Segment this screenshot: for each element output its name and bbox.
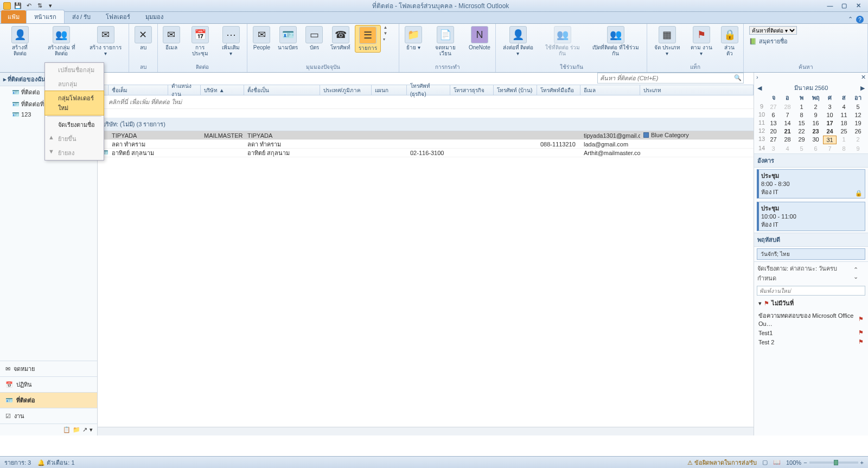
horizontal-scrollbar[interactable] [98, 427, 754, 435]
new-items-button[interactable]: ✉สร้าง รายการ ▾ [85, 25, 126, 57]
view-phone-button[interactable]: ☎โทรศัพท์ [327, 25, 354, 52]
maximize-button[interactable]: ▢ [838, 1, 851, 11]
calendar-day[interactable]: 3 [823, 103, 837, 111]
search-input[interactable] [597, 73, 744, 84]
col-email[interactable]: อีเมล [580, 85, 640, 95]
col-jobtitle[interactable]: ตำแหน่งงาน [168, 85, 201, 95]
task-item[interactable]: ข้อความทดสอบของ Microsoft Office Ou…⚑ [754, 310, 868, 328]
tab-sendreceive[interactable]: ส่ง / รับ [65, 10, 98, 23]
outlook-icon[interactable] [2, 1, 12, 11]
tasks-toggle-icon[interactable]: ⌃ ⌄ [853, 266, 865, 280]
zoom-slider[interactable] [809, 461, 858, 464]
calendar-day[interactable]: 7 [823, 145, 837, 152]
calendar-day[interactable]: 20 [767, 127, 780, 135]
calendar-day[interactable]: 21 [781, 127, 794, 135]
flag-icon[interactable]: ⚑ [858, 316, 864, 323]
notes-icon[interactable]: 📋 [63, 426, 71, 433]
ctx-delete-group[interactable]: ลบกลุ่ม [45, 77, 104, 91]
delete-button[interactable]: ✕ลบ [131, 25, 155, 52]
onenote-button[interactable]: NOneNote [466, 25, 493, 52]
search-box[interactable]: 🔍 [597, 73, 744, 84]
calendar-day[interactable]: 25 [837, 127, 851, 135]
open-shared-button[interactable]: 👥เปิดที่ติดต่อ ที่ใช้ร่วมกัน [586, 25, 644, 57]
task-group-nodate[interactable]: ▾ ⚑ ไม่มีวันที่ [754, 297, 868, 310]
status-error[interactable]: ⚠ ข้อผิดพลาดในการส่ง/รับ [687, 458, 757, 467]
col-category[interactable]: ประเภท [640, 85, 754, 95]
add-contact-prompt[interactable]: คลิกที่นี่ เพื่อเพิ่ม ที่ติดต่อ ใหม่ [98, 95, 754, 109]
calendar-day[interactable]: 2 [809, 103, 822, 111]
tab-file[interactable]: แฟ้ม [1, 10, 26, 23]
contact-row[interactable]: TIPYADA MAILMASTER TIPYADA tipyada1301@g… [98, 131, 754, 140]
calendar-day[interactable]: 8 [795, 111, 808, 119]
todo-expand-icon[interactable]: › [756, 74, 758, 81]
view-scroll-down[interactable]: ▼ [383, 31, 387, 36]
col-bizfax[interactable]: โทรสารธุรกิจ [450, 85, 494, 95]
zoom-control[interactable]: 100% − + [786, 459, 864, 466]
calendar-day[interactable]: 6 [809, 145, 822, 152]
calendar-day[interactable]: 13 [767, 119, 780, 127]
flag-icon[interactable]: ⚑ [858, 329, 864, 336]
calendar-day[interactable]: 3 [767, 145, 780, 152]
calendar-day[interactable]: 19 [851, 119, 865, 127]
status-reminder[interactable]: 🔔 ตัวเตือน: 1 [37, 458, 74, 467]
calendar-day[interactable]: 26 [851, 127, 865, 135]
calendar-day[interactable]: 10 [823, 111, 837, 119]
calendar-day[interactable]: 27 [767, 136, 780, 144]
email-button[interactable]: ✉อีเมล [160, 25, 183, 52]
minimize-button[interactable]: — [824, 1, 837, 11]
view-normal-icon[interactable]: ▢ [762, 459, 768, 466]
new-task-input[interactable] [757, 286, 865, 296]
group-header-company-none[interactable]: บริษัท: (ไม่มี) (3 รายการ) [98, 118, 754, 131]
new-contact-group-button[interactable]: 👥สร้างกลุ่ม ที่ติดต่อ [39, 25, 84, 57]
view-list-button[interactable]: ☰รายการ [355, 25, 381, 53]
col-bizphone[interactable]: โทรศัพท์ (ธุรกิจ) [407, 85, 450, 95]
help-icon[interactable]: ? [856, 16, 864, 23]
calendar-day[interactable]: 12 [851, 111, 865, 119]
view-more[interactable]: ▾ [383, 37, 387, 42]
col-company[interactable]: บริษัท ▲ [201, 85, 244, 95]
module-calendar[interactable]: 📅ปฏิทิน [0, 376, 97, 392]
appointment-item[interactable]: ประชุม 10:00 - 11:00 ห้อง IT [757, 202, 865, 231]
private-button[interactable]: 🔒ส่วนตัว [718, 25, 741, 57]
view-people-button[interactable]: ✉People [250, 25, 273, 52]
folder-tree-icon[interactable]: 📁 [73, 426, 80, 433]
ribbon-minimize-icon[interactable]: ⌃ [848, 16, 853, 23]
meeting-button[interactable]: 📅การ ประชุม [184, 25, 216, 57]
contact-row[interactable]: ลดา ทำคราม ลดา ทำคราม 088-1113210 lada@g… [98, 140, 754, 149]
tab-folder[interactable]: โฟลเดอร์ [98, 10, 138, 23]
mailmerge-button[interactable]: 📄จดหมาย เวียน [426, 25, 465, 57]
calendar-day[interactable]: 9 [851, 145, 865, 152]
prev-month-icon[interactable]: ◀ [757, 85, 762, 92]
calendar-day[interactable]: 11 [837, 111, 851, 119]
calendar-day[interactable]: 5 [851, 103, 865, 111]
calendar-day[interactable]: 30 [809, 136, 822, 144]
shortcuts-icon[interactable]: ↗ [82, 426, 87, 433]
calendar-day[interactable]: 9 [809, 111, 822, 119]
calendar-day[interactable]: 4 [837, 103, 851, 111]
close-button[interactable]: ✕ [852, 1, 865, 11]
calendar-day[interactable]: 1 [795, 103, 808, 111]
move-button[interactable]: 📁ย้าย ▾ [401, 25, 425, 52]
view-card-button[interactable]: ▭บัตร [302, 25, 326, 52]
calendar-day[interactable]: 23 [809, 127, 822, 135]
ctx-move-up[interactable]: ▲ย้ายขึ้น [45, 132, 104, 146]
share-contacts-button[interactable]: 👥ใช้ที่ติดต่อ ร่วมกัน [539, 25, 586, 57]
calendar-day[interactable]: 16 [809, 119, 822, 127]
task-item[interactable]: Test 2⚑ [754, 337, 868, 347]
find-contact-row[interactable]: ค้นหาที่ติดต่อ ▾ [749, 26, 862, 35]
zoom-in-icon[interactable]: + [860, 459, 864, 466]
tab-view[interactable]: มุมมอง [138, 10, 171, 23]
calendar-month-title[interactable]: มีนาคม 2560 [794, 83, 828, 93]
zoom-out-icon[interactable]: − [803, 459, 807, 466]
col-mobile[interactable]: โทรศัพท์มือถือ [537, 85, 580, 95]
new-contact-button[interactable]: 👤สร้างที่ ติดต่อ [2, 25, 37, 57]
tasks-sort-header[interactable]: จัดเรียงตาม: ค่าสถานะ: วันครบกำหนด ⌃ ⌄ [754, 261, 868, 285]
calendar-day[interactable]: 5 [795, 145, 808, 152]
save-icon[interactable]: 💾 [13, 1, 23, 11]
qat-customize-icon[interactable]: ▾ [46, 1, 55, 11]
holiday-item[interactable]: วันจักรี; ไทย [757, 248, 865, 260]
ctx-rename-group[interactable]: เปลี่ยนชื่อกลุ่ม [45, 63, 104, 77]
col-dept[interactable]: แผนก [372, 85, 407, 95]
col-fullname[interactable]: ชื่อเต็ม [108, 85, 168, 95]
search-icon[interactable]: 🔍 [734, 74, 742, 81]
